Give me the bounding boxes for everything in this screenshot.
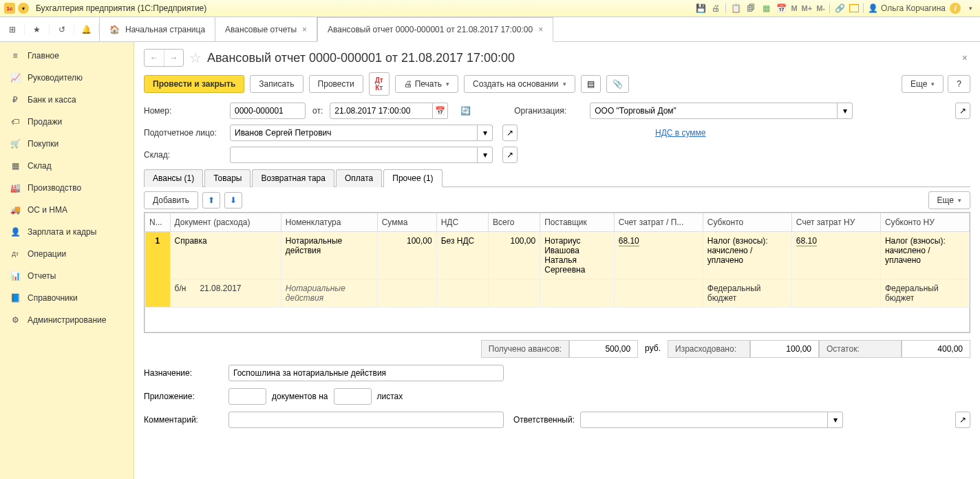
sidebar-item-purchases[interactable]: 🛒Покупки bbox=[0, 133, 134, 155]
cell-vat[interactable]: Без НДС bbox=[436, 232, 488, 279]
vat-in-sum-link[interactable]: НДС в сумме bbox=[655, 128, 706, 138]
tab-advances[interactable]: Авансы (1) bbox=[144, 169, 203, 187]
dropdown-icon[interactable]: ▾ bbox=[478, 125, 493, 141]
save-icon[interactable]: 💾 bbox=[695, 3, 706, 14]
sidebar-item-admin[interactable]: ⚙Администрирование bbox=[0, 309, 134, 331]
cell-subconto2[interactable]: Федеральный бюджет bbox=[703, 279, 791, 308]
cell-nomen2[interactable]: Нотариальные действия bbox=[281, 279, 377, 308]
info-dropdown-icon[interactable]: ▾ bbox=[965, 3, 976, 14]
docs-count-input[interactable] bbox=[228, 388, 266, 405]
copy-icon[interactable]: 📋 bbox=[730, 3, 741, 14]
cell-sum[interactable]: 100,00 bbox=[377, 232, 436, 279]
save-button[interactable]: Записать bbox=[250, 75, 303, 93]
notifications-icon[interactable]: 🔔 bbox=[74, 25, 99, 34]
post-button[interactable]: Провести bbox=[309, 75, 363, 93]
nav-back-button[interactable]: ← bbox=[145, 50, 164, 66]
calendar-icon[interactable]: 📅 bbox=[776, 3, 787, 14]
refresh-date-button[interactable]: 🔄 bbox=[458, 103, 473, 119]
move-up-button[interactable]: ⬆ bbox=[202, 192, 220, 209]
cell-cost-acc-nu[interactable]: 68.10 bbox=[791, 232, 880, 279]
sidebar-item-bank[interactable]: ₽Банк и касса bbox=[0, 89, 134, 111]
favorites-icon[interactable]: ★ bbox=[25, 25, 50, 34]
cell-doc-no[interactable]: б/н 21.08.2017 bbox=[170, 279, 281, 308]
sidebar-item-reports[interactable]: 📊Отчеты bbox=[0, 265, 134, 287]
col-supplier[interactable]: Поставщик bbox=[540, 213, 615, 232]
app-dropdown-icon[interactable]: ▾ bbox=[18, 3, 29, 14]
calc-icon[interactable]: ▦ bbox=[760, 3, 771, 14]
cell-subconto[interactable]: Налог (взносы): начислено / уплачено bbox=[703, 232, 791, 279]
col-subconto[interactable]: Субконто bbox=[703, 213, 791, 232]
open-org-button[interactable]: ↗ bbox=[955, 103, 970, 119]
more-button[interactable]: Еще▾ bbox=[902, 75, 944, 93]
m-plus-button[interactable]: М+ bbox=[802, 4, 813, 12]
number-input[interactable] bbox=[230, 103, 306, 119]
apps-icon[interactable]: ⊞ bbox=[0, 25, 25, 34]
nav-forward-button[interactable]: → bbox=[164, 50, 183, 66]
cell-doc[interactable]: Справка bbox=[170, 232, 281, 279]
tab-advance-reports[interactable]: Авансовые отчеты × bbox=[215, 17, 317, 41]
dtkt-button[interactable]: ДтКт bbox=[369, 72, 390, 96]
window-icon[interactable] bbox=[849, 4, 859, 12]
user-indicator[interactable]: 👤 Ольга Корчагина bbox=[868, 3, 946, 13]
warehouse-input[interactable] bbox=[230, 147, 478, 163]
open-person-button[interactable]: ↗ bbox=[502, 125, 518, 141]
col-n[interactable]: N... bbox=[145, 213, 171, 232]
grid-empty-area[interactable] bbox=[145, 308, 970, 332]
sidebar-item-operations[interactable]: ДтОперации bbox=[0, 243, 134, 265]
comment-input[interactable] bbox=[228, 412, 504, 428]
cell-subconto-nu2[interactable]: Федеральный бюджет bbox=[880, 279, 969, 308]
print-button[interactable]: 🖨Печать▾ bbox=[395, 75, 458, 93]
cell-supplier[interactable]: Нотариус Ивашова Наталья Сергеевна bbox=[540, 232, 615, 279]
sidebar-item-sales[interactable]: 🏷Продажи bbox=[0, 111, 134, 133]
tab-advance-report-doc[interactable]: Авансовый отчет 0000-000001 от 21.08.201… bbox=[317, 17, 553, 42]
create-based-button[interactable]: Создать на основании▾ bbox=[464, 75, 575, 93]
close-icon[interactable]: × bbox=[302, 25, 307, 34]
col-vat[interactable]: НДС bbox=[436, 213, 488, 232]
tab-returnable[interactable]: Возвратная тара bbox=[252, 169, 334, 187]
sidebar-item-assets[interactable]: 🚚ОС и НМА bbox=[0, 199, 134, 221]
compare-icon[interactable]: 🗐 bbox=[745, 3, 756, 14]
dropdown-icon[interactable]: ▾ bbox=[828, 412, 843, 428]
m-minus-button[interactable]: М- bbox=[816, 4, 825, 12]
sidebar-item-hr[interactable]: 👤Зарплата и кадры bbox=[0, 221, 134, 243]
m-button[interactable]: М bbox=[791, 4, 797, 12]
sheets-count-input[interactable] bbox=[334, 388, 372, 405]
print-icon[interactable]: 🖨 bbox=[710, 3, 721, 14]
close-document-button[interactable]: × bbox=[959, 50, 970, 66]
dropdown-icon[interactable]: ▾ bbox=[838, 103, 853, 119]
sidebar-item-main[interactable]: ≡Главное bbox=[0, 45, 134, 67]
tab-other[interactable]: Прочее (1) bbox=[383, 169, 442, 187]
open-warehouse-button[interactable]: ↗ bbox=[502, 147, 518, 163]
open-responsible-button[interactable]: ↗ bbox=[955, 412, 970, 428]
grid-more-button[interactable]: Еще▾ bbox=[928, 191, 970, 209]
structure-button[interactable]: ▤ bbox=[581, 75, 601, 93]
sidebar-item-references[interactable]: 📘Справочники bbox=[0, 287, 134, 309]
sidebar-item-warehouse[interactable]: ▦Склад bbox=[0, 155, 134, 177]
move-down-button[interactable]: ⬇ bbox=[224, 192, 242, 209]
info-icon[interactable]: i bbox=[950, 3, 961, 14]
dropdown-icon[interactable]: ▾ bbox=[478, 147, 493, 163]
tab-payment[interactable]: Оплата bbox=[336, 169, 382, 187]
tab-home[interactable]: 🏠 Начальная страница bbox=[100, 17, 215, 41]
tab-goods[interactable]: Товары bbox=[204, 169, 251, 187]
history-icon[interactable]: ↺ bbox=[50, 25, 74, 34]
col-nomen[interactable]: Номенклатура bbox=[281, 213, 377, 232]
col-subconto-nu[interactable]: Субконто НУ bbox=[880, 213, 969, 232]
add-row-button[interactable]: Добавить bbox=[144, 191, 198, 209]
favorite-star-icon[interactable]: ☆ bbox=[189, 50, 202, 66]
post-and-close-button[interactable]: Провести и закрыть bbox=[144, 75, 244, 93]
col-cost-acc[interactable]: Счет затрат / П... bbox=[614, 213, 703, 232]
link-icon[interactable]: 🔗 bbox=[834, 3, 845, 14]
col-sum[interactable]: Сумма bbox=[377, 213, 436, 232]
date-input[interactable] bbox=[330, 103, 433, 119]
table-row[interactable]: 1 Справка Нотариальные действия 100,00 Б… bbox=[145, 232, 970, 279]
help-button[interactable]: ? bbox=[948, 75, 970, 93]
cell-subconto-nu[interactable]: Налог (взносы): начислено / уплачено bbox=[880, 232, 969, 279]
responsible-input[interactable] bbox=[580, 412, 828, 428]
purpose-input[interactable] bbox=[228, 365, 504, 381]
attach-button[interactable]: 📎 bbox=[606, 75, 629, 93]
col-doc[interactable]: Документ (расхода) bbox=[170, 213, 281, 232]
cell-nomen[interactable]: Нотариальные действия bbox=[281, 232, 377, 279]
col-cost-acc-nu[interactable]: Счет затрат НУ bbox=[791, 213, 880, 232]
sidebar-item-manager[interactable]: 📈Руководителю bbox=[0, 67, 134, 89]
